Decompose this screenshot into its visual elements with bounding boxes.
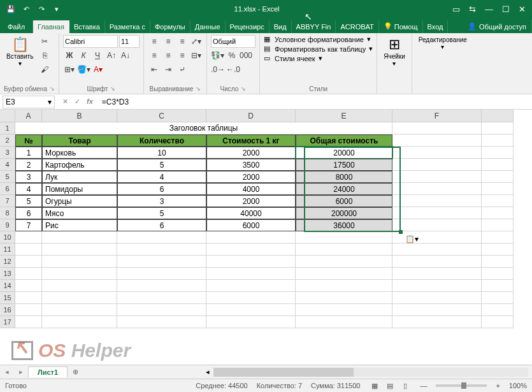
cell[interactable]	[482, 134, 514, 147]
cell[interactable]	[482, 171, 514, 183]
cell[interactable]: 4000	[206, 183, 296, 195]
cell[interactable]	[15, 292, 42, 304]
align-right-icon[interactable]: ≡	[176, 49, 189, 62]
cell[interactable]	[392, 316, 482, 328]
cell[interactable]: 20000	[296, 147, 392, 159]
orientation-icon[interactable]: ⤢▾	[190, 35, 203, 48]
cell[interactable]	[15, 280, 42, 292]
cell[interactable]: 5	[117, 159, 206, 171]
cell[interactable]: 3500	[206, 159, 296, 171]
align-middle-icon[interactable]: ≡	[162, 35, 175, 48]
cell[interactable]	[482, 304, 514, 316]
sheet-tab[interactable]: Лист1	[28, 367, 68, 377]
cell[interactable]: 6	[117, 219, 206, 231]
cell[interactable]: 24000	[296, 183, 392, 195]
cell[interactable]: Общая стоимость	[296, 134, 392, 147]
cell[interactable]: Огурцы	[42, 195, 117, 207]
cell[interactable]	[392, 280, 482, 292]
tab-tell-me[interactable]: 💡Помощ	[379, 20, 423, 33]
row-header[interactable]: 12	[0, 256, 15, 268]
cell[interactable]	[482, 231, 514, 243]
select-all-corner[interactable]	[0, 110, 15, 122]
conditional-formatting-button[interactable]: ▦ Условное форматирование ▾	[264, 35, 373, 43]
cell[interactable]: 4	[15, 183, 42, 195]
cell[interactable]	[206, 243, 296, 256]
row-header[interactable]: 16	[0, 304, 15, 316]
cell[interactable]: 17500	[296, 159, 392, 171]
col-header[interactable]: C	[117, 110, 206, 122]
cell[interactable]	[206, 256, 296, 268]
name-box[interactable]: E3▾	[3, 96, 55, 108]
cell[interactable]	[117, 316, 206, 328]
cell[interactable]	[482, 183, 514, 195]
row-header[interactable]: 1	[0, 122, 15, 134]
cell[interactable]	[296, 292, 392, 304]
cell[interactable]: 2	[15, 159, 42, 171]
page-break-view-icon[interactable]: ▯	[399, 382, 411, 390]
tab-view[interactable]: Вид	[270, 20, 292, 33]
cell[interactable]	[42, 243, 117, 256]
cell[interactable]	[482, 280, 514, 292]
zoom-slider[interactable]	[436, 384, 487, 387]
cell[interactable]: 36000	[296, 219, 392, 231]
spreadsheet-grid[interactable]: A B C D E F 1Заголовок таблицы2№ТоварКол…	[0, 110, 532, 365]
tab-login[interactable]: Вход	[423, 20, 449, 33]
cell[interactable]	[206, 304, 296, 316]
fill-color-icon[interactable]: 🪣▾	[77, 63, 90, 76]
cell[interactable]	[42, 280, 117, 292]
cell[interactable]	[482, 159, 514, 171]
cell[interactable]	[42, 304, 117, 316]
col-header[interactable]	[482, 110, 514, 122]
cell[interactable]: Мясо	[42, 207, 117, 219]
cell[interactable]	[15, 316, 42, 328]
cell[interactable]	[42, 292, 117, 304]
cell[interactable]	[117, 256, 206, 268]
cell[interactable]	[206, 231, 296, 243]
cell[interactable]	[482, 243, 514, 256]
cell[interactable]	[392, 171, 482, 183]
row-header[interactable]: 6	[0, 183, 15, 195]
cell[interactable]	[117, 231, 206, 243]
bold-button[interactable]: Ж	[63, 49, 76, 62]
cell[interactable]	[42, 268, 117, 280]
cut-icon[interactable]: ✂	[38, 35, 51, 48]
paste-button[interactable]: 📋 Вставить ▾	[4, 35, 36, 84]
cell[interactable]	[482, 316, 514, 328]
cell[interactable]	[482, 147, 514, 159]
tab-data[interactable]: Данные	[191, 20, 226, 33]
cell[interactable]	[296, 280, 392, 292]
tab-home[interactable]: Главная	[33, 20, 69, 33]
cell[interactable]	[42, 316, 117, 328]
cell[interactable]: 2000	[206, 147, 296, 159]
horizontal-scrollbar[interactable]: ◂▸	[213, 368, 528, 377]
cell[interactable]	[117, 280, 206, 292]
number-format-select[interactable]	[211, 35, 255, 48]
currency-icon[interactable]: 💱▾	[211, 49, 224, 62]
cell[interactable]	[117, 268, 206, 280]
undo-icon[interactable]: ↶	[19, 2, 33, 16]
row-header[interactable]: 2	[0, 134, 15, 147]
row-header[interactable]: 4	[0, 159, 15, 171]
ribbon-display-icon[interactable]: ▭	[452, 4, 460, 14]
cell[interactable]: Помидоры	[42, 183, 117, 195]
cell[interactable]	[392, 292, 482, 304]
percent-icon[interactable]: %	[226, 49, 238, 62]
cell[interactable]	[206, 280, 296, 292]
decrease-decimal-icon[interactable]: ←.0	[226, 63, 240, 76]
zoom-level[interactable]: 100%	[509, 382, 527, 389]
qat-customize-icon[interactable]: ▾	[50, 2, 64, 16]
cell[interactable]	[296, 304, 392, 316]
cell[interactable]	[15, 268, 42, 280]
cell[interactable]	[206, 316, 296, 328]
sheet-nav-prev-icon[interactable]: ◂	[0, 368, 14, 376]
cell[interactable]	[206, 268, 296, 280]
align-left-icon[interactable]: ≡	[148, 49, 161, 62]
copy-icon[interactable]: ⎘	[38, 49, 51, 62]
tab-layout[interactable]: Разметка с	[105, 20, 150, 33]
cell[interactable]	[296, 256, 392, 268]
col-header[interactable]: E	[296, 110, 392, 122]
cell[interactable]: 6000	[296, 195, 392, 207]
increase-indent-icon[interactable]: ⇥	[162, 63, 175, 76]
align-bottom-icon[interactable]: ≡	[176, 35, 189, 48]
cell[interactable]	[482, 256, 514, 268]
